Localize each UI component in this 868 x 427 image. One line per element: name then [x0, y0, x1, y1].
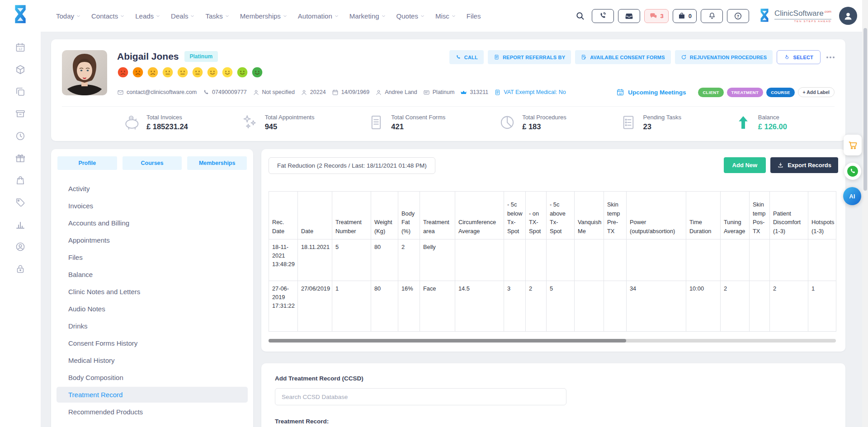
nav-item-quotes[interactable]: Quotes: [396, 12, 425, 20]
table-cell: [770, 239, 808, 281]
more-actions-button[interactable]: [825, 56, 836, 58]
label-pill-course[interactable]: COURSE: [766, 88, 794, 97]
sidebar-item-invoices[interactable]: Invoices: [57, 198, 248, 214]
floating-ai-button[interactable]: AI: [843, 187, 861, 205]
help-button[interactable]: ?: [727, 9, 749, 23]
nav-item-today[interactable]: Today: [56, 12, 80, 20]
column-header: Weight (Kg): [371, 192, 398, 239]
sidebar-item-recommended-products[interactable]: Recommended Products: [57, 404, 248, 420]
bag-icon[interactable]: [15, 175, 26, 186]
mood-face-icon[interactable]: [192, 66, 203, 78]
notifications-button[interactable]: [701, 9, 723, 23]
table-cell: 5: [332, 239, 371, 281]
nav-item-marketing[interactable]: Marketing: [349, 12, 386, 20]
patient-photo[interactable]: [62, 50, 107, 95]
gift-icon[interactable]: [15, 153, 26, 164]
sidebar-item-files[interactable]: Files: [57, 249, 248, 265]
sidebar-item-consent-forms-history[interactable]: Consent Forms History: [57, 335, 248, 351]
select-button[interactable]: SELECT: [777, 50, 821, 64]
mood-face-icon[interactable]: [132, 66, 144, 78]
tab-courses[interactable]: Courses: [123, 156, 182, 170]
rejuvenation-procedures-button[interactable]: REJUVENATION PROCEDURES: [675, 50, 773, 64]
nav-item-tasks[interactable]: Tasks: [205, 12, 229, 20]
dialer-button[interactable]: [592, 9, 614, 23]
brand-logo[interactable]: ClinicSoftware.com TEN STEPS AHEAD: [758, 8, 831, 23]
contact-20224[interactable]: 20224: [301, 89, 326, 96]
page-scrollbar-thumb[interactable]: [863, 28, 867, 191]
contact-andree-land[interactable]: Andree Land: [375, 89, 417, 96]
report-referrals-by-button[interactable]: REPORT REFERRALS BY: [488, 50, 571, 64]
table-cell: 5: [547, 281, 575, 332]
cart-button[interactable]: 0: [673, 9, 697, 23]
history-icon[interactable]: [15, 131, 26, 141]
page-vertical-scrollbar[interactable]: [862, 0, 868, 427]
calendar-icon[interactable]: 12: [15, 42, 26, 53]
mood-face-icon[interactable]: [251, 66, 263, 78]
sidebar-item-audio-notes[interactable]: Audio Notes: [57, 301, 248, 317]
label-pill-client[interactable]: CLIENT: [698, 88, 723, 97]
export-records-button[interactable]: Export Records: [770, 157, 838, 173]
tab-memberships[interactable]: Memberships: [187, 156, 247, 170]
mood-face-icon[interactable]: [147, 66, 159, 78]
mood-face-icon[interactable]: [236, 66, 248, 78]
add-new-button[interactable]: Add New: [724, 157, 766, 173]
copy-icon[interactable]: [15, 86, 26, 97]
sidebar-item-medical-history[interactable]: Medical History: [57, 352, 248, 368]
contact-platinum[interactable]: Platinum: [423, 89, 455, 96]
contact-07490009777[interactable]: 07490009777: [203, 89, 246, 96]
label-pill-treatment[interactable]: TREATMENT: [727, 88, 764, 97]
nav-item-files[interactable]: Files: [467, 12, 481, 20]
mood-face-icon[interactable]: [222, 66, 233, 78]
sidebar-item-accounts-and-billing[interactable]: Accounts and Billing: [57, 215, 248, 231]
treatment-type-selector[interactable]: Fat Reduction (2 Records / Last: 18/11/2…: [269, 157, 435, 174]
contact-313211[interactable]: 313211: [460, 89, 488, 96]
table-scrollbar-thumb[interactable]: [269, 339, 626, 343]
sidebar-item-drinks[interactable]: Drinks: [57, 318, 248, 334]
sidebar-item-clinic-notes-and-letters[interactable]: Clinic Notes and Letters: [57, 284, 248, 300]
account-icon[interactable]: [15, 241, 26, 252]
nav-item-deals[interactable]: Deals: [171, 12, 194, 20]
tag-icon[interactable]: [15, 197, 26, 208]
treatment-records-table-wrap: Rec. DateDateTreatment NumberWeight (Kg)…: [269, 191, 838, 343]
table-row: 18-11-2021 13:48:2918.11.20215802Belly: [269, 239, 836, 281]
mood-face-icon[interactable]: [207, 66, 218, 78]
upcoming-meetings-link[interactable]: 12Upcoming Meetings: [616, 88, 686, 96]
sidebar-item-activity[interactable]: Activity: [57, 181, 248, 197]
sidebar-item-appointments[interactable]: Appointments: [57, 232, 248, 248]
chart-icon[interactable]: [15, 219, 26, 230]
user-avatar[interactable]: [839, 7, 857, 25]
nav-item-misc[interactable]: Misc: [435, 12, 456, 20]
brand-hourglass-icon[interactable]: [11, 4, 29, 26]
call-button[interactable]: CALL: [449, 50, 484, 64]
lock-icon[interactable]: [15, 263, 26, 274]
mood-face-icon[interactable]: [117, 66, 129, 78]
table-horizontal-scrollbar[interactable]: [269, 339, 836, 343]
contact-vat-exempt-medical-no[interactable]: VAT Exempt Medical: No: [494, 89, 566, 96]
table-cell: 27-06-2019 17:31:22: [269, 281, 298, 332]
tab-profile[interactable]: Profile: [57, 156, 117, 170]
nav-item-leads[interactable]: Leads: [135, 12, 160, 20]
main-nav: TodayContactsLeadsDealsTasksMembershipsA…: [56, 12, 481, 20]
add-label-button[interactable]: + Add Label: [798, 87, 835, 97]
package-icon[interactable]: [15, 64, 26, 75]
chat-button[interactable]: 3: [644, 9, 669, 23]
contact-contact-clinicsoftware-com[interactable]: contact@clinicsoftware.com: [117, 89, 197, 96]
contact-not-specified[interactable]: Not specified: [253, 89, 295, 96]
floating-phone-button[interactable]: [844, 163, 861, 180]
search-icon[interactable]: [576, 11, 585, 20]
nav-item-automation[interactable]: Automation: [298, 12, 339, 20]
available-consent-forms-button[interactable]: AVAILABLE CONSENT FORMS: [575, 50, 671, 64]
mood-face-icon[interactable]: [177, 66, 189, 78]
floating-cart-button[interactable]: [844, 135, 862, 155]
inbox-button[interactable]: [618, 9, 640, 23]
sidebar-item-body-composition[interactable]: Body Composition: [57, 370, 248, 385]
ccsd-search-input[interactable]: [275, 388, 566, 405]
stat-total-appointments: Total Appointments945: [241, 114, 315, 131]
sidebar-item-treatment-record[interactable]: Treatment Record: [57, 387, 248, 403]
nav-item-contacts[interactable]: Contacts: [91, 12, 124, 20]
contact-14-09-1969[interactable]: 14/09/1969: [332, 89, 370, 96]
nav-item-memberships[interactable]: Memberships: [240, 12, 287, 20]
archive-icon[interactable]: [15, 108, 26, 119]
mood-face-icon[interactable]: [162, 66, 174, 78]
sidebar-item-balance[interactable]: Balance: [57, 267, 248, 282]
